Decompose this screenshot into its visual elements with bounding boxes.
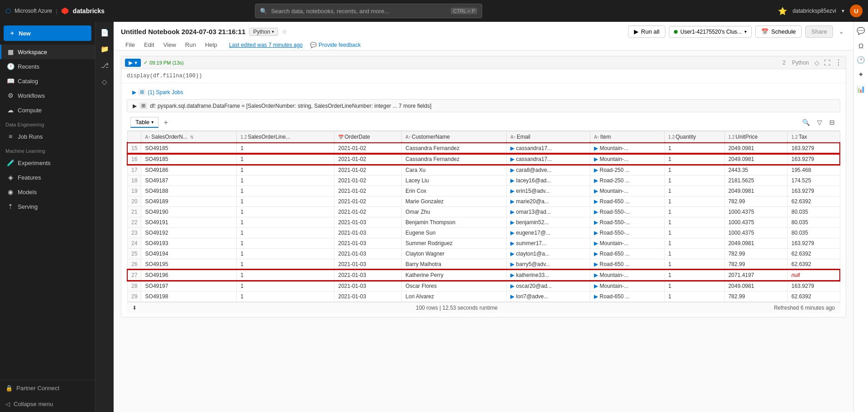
menu-help[interactable]: Help [200, 40, 222, 50]
expand-link-icon[interactable]: ▶ [594, 230, 598, 236]
branch-icon[interactable]: ⎇ [97, 58, 112, 73]
expand-link-icon[interactable]: ▶ [594, 283, 598, 289]
comment-icon[interactable]: 💬 [856, 25, 867, 36]
favorite-star-icon[interactable]: ☆ [282, 28, 287, 35]
expand-link-icon[interactable]: ▶ [510, 145, 514, 151]
dataframe-preview[interactable]: ▶ ⊞ df: pyspark.sql.dataframe.DataFrame … [127, 99, 840, 112]
diamond-icon[interactable]: ◇ [97, 75, 112, 89]
expand-link-icon[interactable]: ▶ [510, 251, 514, 257]
col-item[interactable]: A↑Item [590, 131, 664, 143]
filter-icon[interactable]: ▽ [815, 118, 824, 127]
file-icon[interactable]: 📄 [97, 25, 112, 40]
chevron-down-icon[interactable]: ▾ [842, 8, 844, 14]
expand-link-icon[interactable]: ▶ [510, 283, 514, 289]
expand-link-icon[interactable]: ▶ [594, 261, 598, 267]
global-search[interactable]: 🔍 Search data, notebooks, recents, and m… [255, 4, 482, 18]
expand-link-icon[interactable]: ▶ [510, 272, 514, 278]
data-table-wrap: A↑SalesOrderN... ⇅ 1.2SalesOrderLine... … [127, 131, 840, 302]
col-sales-order-number[interactable]: A↑SalesOrderN... ⇅ [141, 131, 237, 143]
col-tax[interactable]: 1.2Tax [788, 131, 840, 143]
cell-ai-icon[interactable]: ◇ [814, 59, 819, 66]
share-button[interactable]: Share [805, 25, 833, 38]
expand-link-icon[interactable]: ▶ [594, 293, 598, 300]
sidebar-item-catalog[interactable]: 📖 Catalog [0, 74, 95, 88]
sparkle-icon[interactable]: ✦ [856, 69, 867, 80]
expand-link-icon[interactable]: ▶ [510, 156, 514, 162]
variable-icon[interactable]: Ω [856, 40, 867, 51]
expand-link-icon[interactable]: ▶ [510, 293, 514, 300]
search-icon[interactable]: 🔍 [800, 118, 812, 127]
add-view-button[interactable]: ＋ [162, 118, 170, 127]
sidebar-item-compute[interactable]: ☁ Compute [0, 103, 95, 117]
sidebar-item-experiments[interactable]: 🧪 Experiments [0, 156, 95, 170]
sidebar-item-recents[interactable]: 🕐 Recents [0, 59, 95, 74]
col-unit-price[interactable]: 1.2UnitPrice [724, 131, 788, 143]
azure-label: Microsoft Azure [15, 8, 52, 14]
expand-link-icon[interactable]: ▶ [510, 188, 514, 194]
collapse-menu-item[interactable]: ◁ Collapse menu [0, 396, 95, 412]
expand-link-icon[interactable]: ▶ [510, 261, 514, 267]
cell-status: ✓ 09:19 PM (13s) [144, 60, 184, 65]
schedule-button[interactable]: 📅 Schedule [755, 25, 802, 38]
columns-icon[interactable]: ⊟ [828, 118, 837, 127]
folder-icon[interactable]: 📁 [97, 42, 112, 56]
sidebar-item-features[interactable]: ◈ Features [0, 170, 95, 185]
expand-link-icon[interactable]: ▶ [510, 230, 514, 236]
menu-view[interactable]: View [159, 40, 180, 50]
cluster-selector[interactable]: User1-42175520's Clus... ▾ [669, 26, 752, 38]
col-order-date[interactable]: 📅OrderDate [334, 131, 402, 143]
sidebar-item-models[interactable]: ◉ Models [0, 185, 95, 199]
table-cell: 2021-01-02 [334, 186, 402, 196]
star-icon[interactable]: ⭐ [778, 7, 787, 15]
expand-link-icon[interactable]: ▶ [594, 272, 598, 278]
expand-link-icon[interactable]: ▶ [510, 240, 514, 246]
expand-link-icon[interactable]: ▶ [594, 167, 598, 173]
expand-link-icon[interactable]: ▶ [510, 167, 514, 173]
chart-icon[interactable]: 📊 [856, 84, 867, 95]
expand-link-icon[interactable]: ▶ [510, 177, 514, 184]
col-email[interactable]: A↑Email [507, 131, 590, 143]
history-icon[interactable]: 🕐 [856, 55, 867, 65]
spark-jobs-link[interactable]: ▶ ⊞ (1) Spark Jobs [127, 87, 840, 97]
search-shortcut: CTRL + P [451, 8, 477, 14]
table-cell: 1 [237, 238, 334, 249]
new-button[interactable]: ＋ New [4, 25, 91, 41]
expand-link-icon[interactable]: ▶ [594, 198, 598, 205]
table-cell: 2021-01-03 [334, 238, 402, 249]
col-customer-name[interactable]: A↑CustomerName [402, 131, 507, 143]
feedback-button[interactable]: 💬 Provide feedback [310, 42, 361, 48]
table-view-button[interactable]: Table ▾ [130, 117, 159, 128]
sidebar-item-serving[interactable]: ⇡ Serving [0, 199, 95, 214]
expand-link-icon[interactable]: ▶ [510, 198, 514, 205]
expand-link-icon[interactable]: ▶ [594, 156, 598, 162]
expand-link-icon[interactable]: ▶ [594, 177, 598, 184]
menu-run[interactable]: Run [180, 40, 200, 50]
language-selector[interactable]: Python ▾ [249, 28, 278, 36]
sidebar-item-workflows[interactable]: ⚙ Workflows [0, 88, 95, 103]
menu-edit[interactable]: Edit [140, 40, 159, 50]
sidebar: ＋ New ▦ Workspace 🕐 Recents 📖 Catalog ⚙ … [0, 22, 95, 412]
partner-connect-item[interactable]: 🔒 Partner Connect [0, 380, 95, 396]
run-all-button[interactable]: ▶ Run all [628, 25, 665, 38]
download-icon[interactable]: ⬇ [132, 305, 137, 311]
last-edited-label[interactable]: Last edited was 7 minutes ago [229, 42, 303, 48]
expand-link-icon[interactable]: ▶ [594, 209, 598, 215]
col-sales-order-line[interactable]: 1.2SalesOrderLine... [237, 131, 334, 143]
expand-link-icon[interactable]: ▶ [594, 145, 598, 151]
expand-link-icon[interactable]: ▶ [510, 219, 514, 226]
menu-file[interactable]: File [121, 40, 140, 50]
share-label: Share [811, 28, 827, 35]
expand-link-icon[interactable]: ▶ [594, 240, 598, 246]
expand-link-icon[interactable]: ▶ [594, 188, 598, 194]
sidebar-item-workspace[interactable]: ▦ Workspace [0, 45, 95, 59]
expand-link-icon[interactable]: ▶ [510, 209, 514, 215]
col-quantity[interactable]: 1.2Quantity [664, 131, 724, 143]
cell-run-button[interactable]: ▶ ▾ [125, 59, 141, 67]
expand-icon[interactable]: ⌄ [837, 26, 846, 37]
sidebar-item-job-runs[interactable]: ≡ Job Runs [0, 129, 95, 144]
cell-expand-icon[interactable]: ⛶ [824, 59, 830, 66]
right-panel: 💬 Ω 🕐 ✦ 📊 [853, 22, 868, 412]
expand-link-icon[interactable]: ▶ [594, 251, 598, 257]
cell-menu-icon[interactable]: ⋮ [835, 58, 842, 67]
expand-link-icon[interactable]: ▶ [594, 219, 598, 226]
